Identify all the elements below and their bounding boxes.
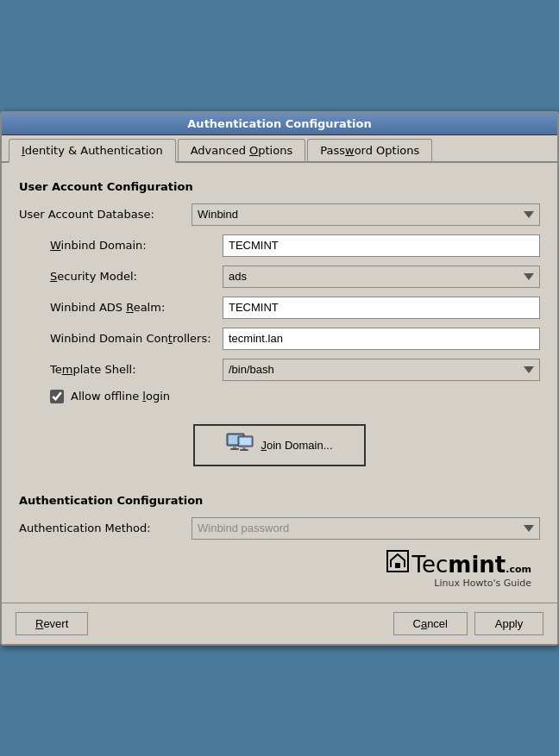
- svg-rect-3: [230, 448, 239, 450]
- security-model-select-wrapper: ads: [223, 266, 540, 288]
- offline-login-checkbox[interactable]: [50, 390, 64, 403]
- winbind-ads-realm-input[interactable]: [223, 297, 540, 319]
- cancel-label: Cancel: [413, 617, 448, 630]
- winbind-domain-controllers-input[interactable]: [223, 328, 540, 350]
- footer-right-buttons: Cancel Apply: [393, 612, 543, 635]
- svg-rect-2: [233, 446, 236, 448]
- winbind-domain-row: Winbind Domain:: [19, 234, 540, 257]
- winbind-domain-input-wrapper: [223, 234, 540, 257]
- template-shell-select-wrapper: /bin/bash: [223, 359, 540, 381]
- tab-advanced[interactable]: Advanced Options: [178, 139, 306, 161]
- join-domain-label: Join Domain...: [261, 439, 332, 452]
- auth-method-label: Authentication Method:: [19, 522, 192, 534]
- svg-rect-9: [395, 563, 400, 568]
- offline-login-row: Allow offline login: [50, 390, 540, 403]
- winbind-domain-controllers-row: Winbind Domain Controllers:: [19, 328, 540, 350]
- dialog: Authentication Configuration Identity & …: [0, 111, 559, 646]
- logo-area: Tecmint.com Linux Howto's Guide: [19, 550, 540, 589]
- svg-rect-6: [242, 447, 246, 449]
- winbind-domain-controllers-input-wrapper: [223, 328, 540, 350]
- apply-label: Apply: [495, 617, 524, 630]
- join-domain-icon: [226, 433, 254, 458]
- tab-identity-label: Identity & Authentication: [22, 144, 163, 157]
- computer-icon: [226, 433, 254, 453]
- auth-method-select-wrapper: Winbind password: [192, 517, 540, 540]
- auth-config-section: Authentication Configuration Authenticat…: [19, 494, 540, 540]
- tab-advanced-label: Advanced Options: [191, 144, 293, 157]
- auth-method-row: Authentication Method: Winbind password: [19, 517, 540, 540]
- logo-tec: Tec: [412, 552, 449, 578]
- database-select[interactable]: Winbind: [192, 203, 540, 226]
- tecmint-logo-icon: [386, 550, 409, 572]
- logo: Tecmint.com: [386, 550, 531, 578]
- winbind-ads-realm-label: Winbind ADS Realm:: [50, 301, 223, 314]
- database-select-wrapper: Winbind: [192, 203, 540, 226]
- security-model-label: Security Model:: [50, 270, 223, 283]
- template-shell-label: Template Shell:: [50, 363, 223, 376]
- logo-icon: [386, 550, 409, 577]
- title-bar: Authentication Configuration: [2, 113, 557, 135]
- security-model-row: Security Model: ads: [19, 266, 540, 288]
- footer: Revert Cancel Apply: [2, 603, 557, 644]
- tab-bar: Identity & Authentication Advanced Optio…: [2, 135, 557, 163]
- cancel-button[interactable]: Cancel: [393, 612, 468, 635]
- winbind-domain-controllers-label: Winbind Domain Controllers:: [50, 332, 223, 345]
- revert-label: Revert: [35, 617, 68, 630]
- security-model-select[interactable]: ads: [223, 266, 540, 288]
- revert-button[interactable]: Revert: [16, 612, 88, 635]
- logo-com: .com: [506, 564, 531, 575]
- dialog-title: Authentication Configuration: [187, 117, 371, 130]
- auth-config-section-title: Authentication Configuration: [19, 494, 540, 507]
- winbind-ads-realm-row: Winbind ADS Realm:: [19, 297, 540, 319]
- svg-rect-7: [240, 449, 248, 451]
- winbind-domain-label: Winbind Domain:: [50, 239, 223, 252]
- user-account-section-title: User Account Configuration: [19, 180, 540, 193]
- database-row: User Account Database: Winbind: [19, 203, 540, 226]
- join-domain-button[interactable]: Join Domain...: [193, 424, 366, 466]
- template-shell-row: Template Shell: /bin/bash: [19, 359, 540, 381]
- content-area: User Account Configuration User Account …: [2, 163, 557, 603]
- logo-mint: mint: [448, 552, 506, 578]
- logo-subtitle: Linux Howto's Guide: [434, 578, 531, 589]
- tab-identity[interactable]: Identity & Authentication: [9, 139, 176, 163]
- database-label: User Account Database:: [19, 208, 192, 221]
- winbind-ads-realm-input-wrapper: [223, 297, 540, 319]
- apply-button[interactable]: Apply: [474, 612, 543, 635]
- offline-login-label: Allow offline login: [71, 390, 170, 403]
- tab-password[interactable]: Password Options: [307, 139, 432, 161]
- auth-method-select[interactable]: Winbind password: [192, 517, 540, 540]
- tab-password-label: Password Options: [320, 144, 419, 157]
- svg-rect-5: [240, 438, 251, 445]
- template-shell-select[interactable]: /bin/bash: [223, 359, 540, 381]
- winbind-domain-input[interactable]: [223, 234, 540, 257]
